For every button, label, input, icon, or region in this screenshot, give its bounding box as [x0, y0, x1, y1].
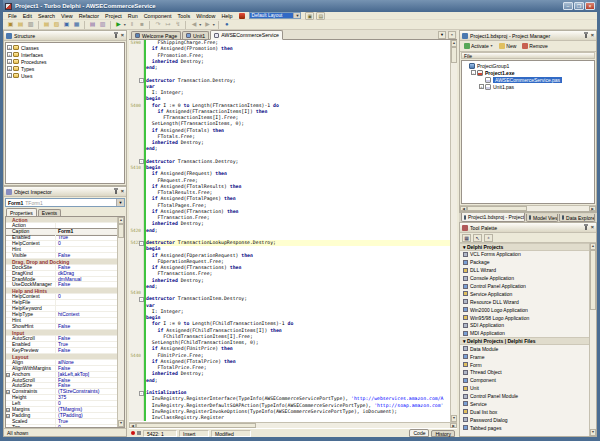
palette-item-resource-dll-wizard[interactable]: Resource DLL Wizard: [460, 298, 589, 306]
property-value[interactable]: 375: [56, 395, 117, 400]
pointer-button[interactable]: ↖: [473, 234, 482, 242]
property-value[interactable]: 0: [56, 294, 117, 299]
tool-palette-scrollbar[interactable]: ▲ ▼: [589, 243, 596, 436]
maximize-button[interactable]: ❐: [574, 2, 584, 10]
step-over-icon[interactable]: ↦: [163, 20, 172, 29]
property-value[interactable]: [56, 306, 117, 311]
desktop-layout-combo[interactable]: Default Layout ▼: [249, 12, 301, 19]
open-project-icon[interactable]: ▤: [42, 20, 51, 29]
save-layout-button[interactable]: ▣: [305, 12, 314, 20]
structure-item-classes[interactable]: +Classes: [6, 44, 124, 51]
palette-item-data-module[interactable]: Data Module: [460, 345, 589, 353]
palette-item-dll-wizard[interactable]: DLL Wizard: [460, 266, 589, 274]
title-bar[interactable]: Project1 - Turbo Delphi - AWSECommerceSe…: [3, 0, 597, 12]
forward-icon[interactable]: ▶: [203, 20, 212, 29]
pin-icon[interactable]: [115, 33, 117, 38]
property-value[interactable]: True: [56, 235, 117, 240]
code-fold-icon[interactable]: -: [139, 391, 144, 396]
tab-properties[interactable]: Properties: [6, 208, 37, 216]
expand-icon[interactable]: +: [7, 73, 12, 78]
menu-item-file[interactable]: File: [5, 12, 20, 20]
property-value[interactable]: (TPadding): [56, 413, 117, 418]
palette-item-frame[interactable]: Frame: [460, 353, 589, 361]
object-selector-combo[interactable]: Form1 TForm1 ▼: [5, 198, 125, 207]
use-unit-icon[interactable]: ▥: [98, 20, 107, 29]
property-value[interactable]: 0: [56, 241, 117, 246]
property-value[interactable]: False: [56, 336, 117, 341]
menu-item-run[interactable]: Run: [125, 12, 141, 20]
scrollbar-thumb[interactable]: [118, 224, 124, 238]
scroll-down-icon[interactable]: ▼: [590, 429, 596, 436]
property-value[interactable]: False: [56, 366, 117, 371]
menu-item-tools[interactable]: Tools: [175, 12, 194, 20]
palette-item-mdi-application[interactable]: MDI Application: [460, 329, 589, 337]
editor-tab-welcome-page[interactable]: Welcome Page: [131, 31, 181, 39]
code-pane[interactable]: 5390 FShippingCharge.Free; if Assigned(F…: [129, 40, 450, 422]
chevron-down-icon[interactable]: ▼: [293, 13, 300, 18]
scroll-left-icon[interactable]: ◀: [460, 206, 467, 211]
expand-icon[interactable]: +: [7, 59, 12, 64]
property-value[interactable]: 0: [56, 401, 117, 406]
property-value[interactable]: dmManual: [56, 277, 117, 282]
code-editor[interactable]: 5390 FShippingCharge.Free; if Assigned(F…: [129, 40, 457, 422]
property-value[interactable]: dkDrag: [56, 271, 117, 276]
activate-button[interactable]: Activate ▼: [462, 42, 495, 51]
property-value[interactable]: [akLeft,akTop]: [56, 372, 117, 377]
run-icon[interactable]: ▶: [114, 20, 123, 29]
expand-icon[interactable]: +: [6, 414, 10, 418]
structure-panel-header[interactable]: Structure ×: [4, 31, 126, 41]
menu-item-window[interactable]: Window: [193, 12, 218, 20]
property-value[interactable]: False: [56, 282, 117, 287]
structure-item-procedures[interactable]: +Procedures: [6, 58, 124, 65]
property-value[interactable]: [56, 247, 117, 252]
property-row-top[interactable]: Top0: [6, 425, 117, 427]
code-fold-icon[interactable]: -: [139, 297, 144, 302]
page-list-dropdown[interactable]: ▼: [438, 31, 446, 39]
palette-category[interactable]: ▾ Delphi Projects | Delphi Files: [460, 337, 589, 345]
stop-icon[interactable]: ■: [137, 20, 146, 29]
property-value[interactable]: [56, 318, 117, 323]
property-value[interactable]: True: [56, 342, 117, 347]
chevron-down-icon[interactable]: ▼: [212, 23, 215, 27]
palette-item-unit[interactable]: Unit: [460, 384, 589, 392]
add-file-icon[interactable]: ▧: [52, 20, 61, 29]
back-icon[interactable]: ◀: [189, 20, 198, 29]
close-icon[interactable]: ×: [121, 33, 124, 38]
palette-item-console-application[interactable]: Console Application: [460, 274, 589, 282]
code-fold-icon[interactable]: -: [139, 241, 144, 246]
close-page-button[interactable]: ×: [448, 31, 456, 39]
property-value[interactable]: [56, 300, 117, 305]
property-value[interactable]: (TSizeConstraints): [56, 389, 117, 394]
palette-item-vcl-forms-application[interactable]: VCL Forms Application: [460, 251, 589, 259]
close-icon[interactable]: ×: [121, 189, 124, 194]
palette-item-win2000-logo-application[interactable]: Win2000 Logo Application: [460, 306, 589, 314]
palette-item-password-dialog[interactable]: Password Dialog: [460, 416, 589, 424]
run-to-cursor-icon[interactable]: ↯: [173, 20, 182, 29]
expand-icon[interactable]: +: [7, 52, 12, 57]
palette-item-service-application[interactable]: Service Application: [460, 290, 589, 298]
property-value[interactable]: True: [56, 419, 117, 424]
palette-item-win95-98-logo-application[interactable]: Win95/98 Logo Application: [460, 314, 589, 322]
expand-icon[interactable]: +: [6, 373, 10, 377]
menu-item-project[interactable]: Project: [102, 12, 125, 20]
project-manager-header[interactable]: Project1.bdsproj - Project Manager ×: [460, 31, 596, 41]
remove-button[interactable]: Remove: [520, 42, 550, 51]
chevron-down-icon[interactable]: ▼: [198, 23, 201, 27]
object-inspector-header[interactable]: Object Inspector ×: [4, 187, 126, 197]
chevron-down-icon[interactable]: ▼: [123, 23, 126, 27]
editor-tab-awsecommerceservice[interactable]: AWSECommerceService: [210, 30, 283, 40]
property-value[interactable]: False: [56, 378, 117, 383]
expand-icon[interactable]: +: [7, 45, 12, 50]
property-value[interactable]: htContext: [56, 312, 117, 317]
scroll-up-icon[interactable]: ▲: [590, 243, 596, 250]
code-line[interactable]: InvClassRegistry.Register: [129, 415, 450, 421]
structure-item-uses[interactable]: +Uses: [6, 72, 124, 79]
units-icon[interactable]: ▤: [88, 20, 97, 29]
project-tree-item[interactable]: ProjectGroup1: [462, 62, 594, 69]
menu-item-help[interactable]: Help: [218, 12, 235, 20]
project-tree-item[interactable]: +Unit1.pas: [462, 83, 594, 90]
expand-icon[interactable]: +: [479, 84, 484, 89]
pin-icon[interactable]: [585, 33, 587, 38]
code-text[interactable]: InvClassRegistry.Register: [146, 415, 450, 421]
open-file-icon[interactable]: ▤: [16, 20, 25, 29]
